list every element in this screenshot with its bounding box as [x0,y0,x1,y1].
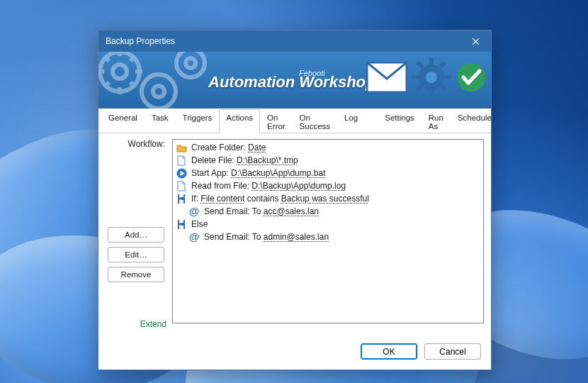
window-title: Backup Properties [106,36,460,46]
workflow-row-text: Read from File: D:\Backup\App\dump.log [191,181,346,191]
workflow-tree[interactable]: Create Folder: DateDelete File: D:\Backu… [172,139,484,323]
bracket-icon [176,193,187,204]
close-icon [472,38,480,45]
play-icon [176,167,187,179]
brand-big: Automation Workshop [208,73,375,91]
workflow-row[interactable]: Create Folder: Date [174,141,482,154]
workflow-row[interactable]: If: File content contains Backup was suc… [174,192,482,205]
svg-point-4 [176,52,205,77]
workflow-row-text: Create Folder: Date [191,143,266,152]
tab-on-error[interactable]: On Error [260,109,293,133]
gear-decoration-icon [410,56,453,99]
workflow-row[interactable]: Else [174,218,482,231]
file-icon [176,155,187,166]
tab-general[interactable]: General [101,109,145,133]
backup-properties-dialog: Backup Properties Febooti Automation Wor… [98,30,492,370]
file-icon [176,180,187,192]
workflow-row-text: Start App: D:\Backup\App\dump.bat [191,168,325,178]
svg-rect-15 [439,60,446,68]
tab-on-success[interactable]: On Success [293,109,337,133]
svg-point-17 [457,63,485,91]
cancel-button[interactable]: Cancel [424,343,481,360]
tab-log[interactable]: Log [337,109,365,133]
tab-schedule[interactable]: Schedule [451,109,499,133]
tab-triggers[interactable]: Triggers [176,109,220,133]
svg-point-8 [426,72,437,83]
ok-button[interactable]: OK [361,343,417,360]
workflow-row[interactable]: @Send Email: To acc@sales.lan [174,205,482,218]
svg-point-5 [186,58,196,68]
workflow-label: Workflow: [128,139,166,149]
add-button[interactable]: Add… [108,227,164,243]
bracket-icon [176,218,187,230]
banner: Febooti Automation Workshop [98,52,491,109]
remove-button[interactable]: Remove [108,267,164,282]
workflow-row-text: Send Email: To acc@sales.lan [204,206,319,216]
workflow-row[interactable]: Read from File: D:\Backup\App\dump.log [174,179,482,192]
titlebar[interactable]: Backup Properties [98,30,491,52]
svg-rect-9 [429,57,434,66]
extend-link[interactable]: Extend [140,319,166,329]
envelope-decoration-icon [366,62,407,93]
svg-point-3 [153,86,164,97]
svg-rect-12 [443,75,451,79]
svg-point-2 [142,74,176,109]
workflow-row-text: Else [191,219,208,229]
workflow-row[interactable]: Start App: D:\Backup\App\dump.bat [174,167,482,179]
tab-bar: GeneralTaskTriggersActionsOn ErrorOn Suc… [98,109,491,133]
gears-decoration-icon [98,52,226,109]
folder-icon [176,142,187,153]
workflow-row[interactable]: @Send Email: To admin@sales.lan [174,231,482,243]
tab-actions[interactable]: Actions [219,109,260,133]
tab-task[interactable]: Task [145,109,176,133]
svg-rect-20 [181,197,183,200]
svg-rect-21 [181,223,183,226]
workflow-row-text: Delete File: D:\Backup\*.tmp [191,155,298,165]
edit-button[interactable]: Edit… [108,247,164,262]
at-icon: @ [188,231,200,243]
svg-rect-10 [429,89,434,97]
at-icon: @ [188,206,200,217]
svg-rect-11 [412,75,420,79]
workflow-row[interactable]: Delete File: D:\Backup\*.tmp [174,154,482,167]
svg-rect-13 [416,60,424,68]
svg-point-1 [113,65,127,79]
tab-settings[interactable]: Settings [378,109,422,133]
workflow-row-text: If: File content contains Backup was suc… [191,194,369,204]
tab-run-as[interactable]: Run As [422,109,451,133]
workflow-row-text: Send Email: To admin@sales.lan [204,232,329,242]
checkmark-decoration-icon [456,62,487,93]
close-button[interactable] [460,30,491,52]
